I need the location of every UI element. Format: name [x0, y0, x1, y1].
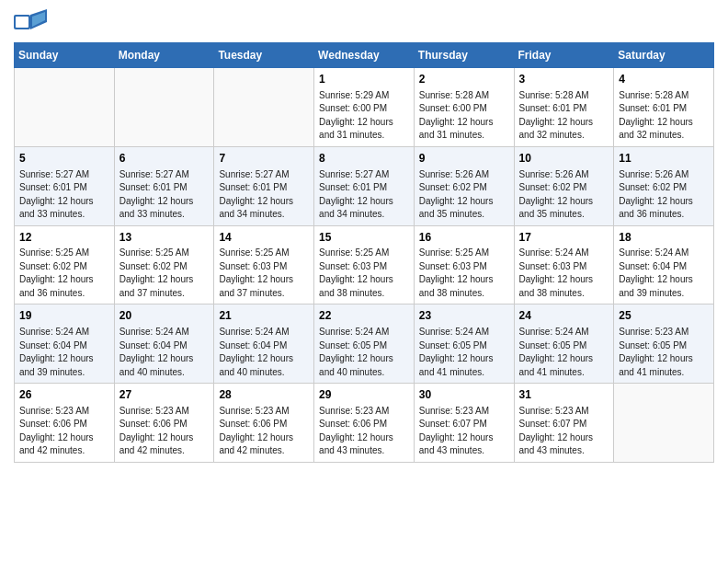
calendar-cell: 8Sunrise: 5:27 AM Sunset: 6:01 PM Daylig…	[314, 146, 415, 225]
header-saturday: Saturday	[614, 43, 714, 68]
calendar-cell: 24Sunrise: 5:24 AM Sunset: 6:05 PM Dayli…	[514, 304, 614, 384]
day-number: 15	[319, 230, 409, 246]
day-number: 20	[119, 308, 210, 324]
day-info: Sunrise: 5:26 AM Sunset: 6:02 PM Dayligh…	[419, 168, 509, 222]
day-number: 17	[519, 230, 609, 246]
calendar-cell: 30Sunrise: 5:23 AM Sunset: 6:07 PM Dayli…	[414, 384, 514, 463]
header-wednesday: Wednesday	[314, 43, 415, 68]
calendar-cell: 17Sunrise: 5:24 AM Sunset: 6:03 PM Dayli…	[514, 225, 614, 304]
calendar-cell: 20Sunrise: 5:24 AM Sunset: 6:04 PM Dayli…	[114, 304, 214, 384]
day-info: Sunrise: 5:25 AM Sunset: 6:03 PM Dayligh…	[319, 247, 409, 300]
day-number: 26	[19, 387, 109, 403]
day-number: 21	[219, 308, 309, 324]
calendar-cell	[214, 68, 314, 147]
calendar-cell: 28Sunrise: 5:23 AM Sunset: 6:06 PM Dayli…	[214, 384, 314, 463]
day-info: Sunrise: 5:24 AM Sunset: 6:05 PM Dayligh…	[519, 326, 609, 379]
day-info: Sunrise: 5:24 AM Sunset: 6:05 PM Dayligh…	[319, 326, 409, 379]
day-info: Sunrise: 5:25 AM Sunset: 6:03 PM Dayligh…	[219, 247, 309, 300]
day-info: Sunrise: 5:27 AM Sunset: 6:01 PM Dayligh…	[219, 168, 309, 222]
calendar-cell: 1Sunrise: 5:29 AM Sunset: 6:00 PM Daylig…	[314, 68, 415, 147]
day-number: 5	[19, 151, 109, 167]
calendar-week-row: 1Sunrise: 5:29 AM Sunset: 6:00 PM Daylig…	[15, 68, 714, 147]
day-info: Sunrise: 5:23 AM Sunset: 6:06 PM Dayligh…	[219, 405, 309, 458]
day-number: 29	[319, 387, 409, 403]
calendar-cell: 22Sunrise: 5:24 AM Sunset: 6:05 PM Dayli…	[314, 304, 415, 384]
day-number: 24	[519, 308, 609, 324]
day-info: Sunrise: 5:25 AM Sunset: 6:02 PM Dayligh…	[19, 247, 109, 300]
day-number: 13	[119, 230, 210, 246]
day-number: 19	[19, 308, 109, 324]
day-info: Sunrise: 5:27 AM Sunset: 6:01 PM Dayligh…	[19, 168, 109, 222]
day-info: Sunrise: 5:28 AM Sunset: 6:00 PM Dayligh…	[419, 89, 509, 143]
calendar-cell: 29Sunrise: 5:23 AM Sunset: 6:06 PM Dayli…	[314, 384, 415, 463]
calendar-cell	[614, 384, 714, 463]
calendar-cell: 2Sunrise: 5:28 AM Sunset: 6:00 PM Daylig…	[414, 68, 514, 147]
day-info: Sunrise: 5:26 AM Sunset: 6:02 PM Dayligh…	[519, 168, 609, 222]
day-info: Sunrise: 5:23 AM Sunset: 6:07 PM Dayligh…	[419, 405, 509, 458]
calendar-cell: 25Sunrise: 5:23 AM Sunset: 6:05 PM Dayli…	[614, 304, 714, 384]
day-number: 28	[219, 387, 309, 403]
page-header	[14, 9, 714, 35]
day-info: Sunrise: 5:23 AM Sunset: 6:06 PM Dayligh…	[19, 405, 109, 458]
day-info: Sunrise: 5:24 AM Sunset: 6:04 PM Dayligh…	[119, 326, 210, 379]
header-sunday: Sunday	[15, 43, 115, 68]
day-info: Sunrise: 5:23 AM Sunset: 6:05 PM Dayligh…	[619, 326, 709, 379]
day-number: 30	[419, 387, 509, 403]
day-info: Sunrise: 5:24 AM Sunset: 6:05 PM Dayligh…	[419, 326, 509, 379]
day-info: Sunrise: 5:26 AM Sunset: 6:02 PM Dayligh…	[619, 168, 709, 222]
calendar-cell: 10Sunrise: 5:26 AM Sunset: 6:02 PM Dayli…	[514, 146, 614, 225]
calendar-cell: 6Sunrise: 5:27 AM Sunset: 6:01 PM Daylig…	[114, 146, 214, 225]
calendar-cell: 21Sunrise: 5:24 AM Sunset: 6:04 PM Dayli…	[214, 304, 314, 384]
calendar-week-row: 26Sunrise: 5:23 AM Sunset: 6:06 PM Dayli…	[15, 384, 714, 463]
day-number: 10	[519, 151, 609, 167]
svg-rect-1	[16, 17, 28, 28]
header-tuesday: Tuesday	[214, 43, 314, 68]
day-number: 12	[19, 230, 109, 246]
day-info: Sunrise: 5:23 AM Sunset: 6:06 PM Dayligh…	[319, 405, 409, 458]
calendar-cell: 7Sunrise: 5:27 AM Sunset: 6:01 PM Daylig…	[214, 146, 314, 225]
calendar-week-row: 19Sunrise: 5:24 AM Sunset: 6:04 PM Dayli…	[15, 304, 714, 384]
day-number: 8	[319, 151, 409, 167]
calendar-cell: 19Sunrise: 5:24 AM Sunset: 6:04 PM Dayli…	[15, 304, 115, 384]
calendar-cell: 5Sunrise: 5:27 AM Sunset: 6:01 PM Daylig…	[15, 146, 115, 225]
calendar-cell: 18Sunrise: 5:24 AM Sunset: 6:04 PM Dayli…	[614, 225, 714, 304]
day-info: Sunrise: 5:24 AM Sunset: 6:04 PM Dayligh…	[219, 326, 309, 379]
logo	[14, 9, 51, 35]
day-info: Sunrise: 5:25 AM Sunset: 6:03 PM Dayligh…	[419, 247, 509, 300]
day-info: Sunrise: 5:28 AM Sunset: 6:01 PM Dayligh…	[519, 89, 609, 143]
day-number: 27	[119, 387, 210, 403]
calendar-cell: 23Sunrise: 5:24 AM Sunset: 6:05 PM Dayli…	[414, 304, 514, 384]
day-number: 16	[419, 230, 509, 246]
day-info: Sunrise: 5:23 AM Sunset: 6:06 PM Dayligh…	[119, 405, 210, 458]
calendar-cell: 3Sunrise: 5:28 AM Sunset: 6:01 PM Daylig…	[514, 68, 614, 147]
day-info: Sunrise: 5:24 AM Sunset: 6:04 PM Dayligh…	[619, 247, 709, 300]
day-info: Sunrise: 5:23 AM Sunset: 6:07 PM Dayligh…	[519, 405, 609, 458]
day-number: 2	[419, 72, 509, 87]
calendar-cell: 27Sunrise: 5:23 AM Sunset: 6:06 PM Dayli…	[114, 384, 214, 463]
calendar-cell: 26Sunrise: 5:23 AM Sunset: 6:06 PM Dayli…	[15, 384, 115, 463]
header-monday: Monday	[114, 43, 214, 68]
day-number: 9	[419, 151, 509, 167]
day-number: 18	[619, 230, 709, 246]
calendar-cell: 31Sunrise: 5:23 AM Sunset: 6:07 PM Dayli…	[514, 384, 614, 463]
day-number: 23	[419, 308, 509, 324]
calendar-cell: 4Sunrise: 5:28 AM Sunset: 6:01 PM Daylig…	[614, 68, 714, 147]
calendar-header-row: SundayMondayTuesdayWednesdayThursdayFrid…	[15, 43, 714, 68]
day-number: 11	[619, 151, 709, 167]
day-number: 3	[519, 72, 609, 87]
day-info: Sunrise: 5:24 AM Sunset: 6:04 PM Dayligh…	[19, 326, 109, 379]
day-number: 7	[219, 151, 309, 167]
header-friday: Friday	[514, 43, 614, 68]
calendar-cell: 13Sunrise: 5:25 AM Sunset: 6:02 PM Dayli…	[114, 225, 214, 304]
day-info: Sunrise: 5:28 AM Sunset: 6:01 PM Dayligh…	[619, 89, 709, 143]
day-number: 6	[119, 151, 210, 167]
calendar-cell: 14Sunrise: 5:25 AM Sunset: 6:03 PM Dayli…	[214, 225, 314, 304]
day-info: Sunrise: 5:27 AM Sunset: 6:01 PM Dayligh…	[119, 168, 210, 222]
calendar-cell: 12Sunrise: 5:25 AM Sunset: 6:02 PM Dayli…	[15, 225, 115, 304]
calendar-cell: 9Sunrise: 5:26 AM Sunset: 6:02 PM Daylig…	[414, 146, 514, 225]
day-number: 31	[519, 387, 609, 403]
header-thursday: Thursday	[414, 43, 514, 68]
day-number: 14	[219, 230, 309, 246]
day-number: 25	[619, 308, 709, 324]
day-info: Sunrise: 5:27 AM Sunset: 6:01 PM Dayligh…	[319, 168, 409, 222]
